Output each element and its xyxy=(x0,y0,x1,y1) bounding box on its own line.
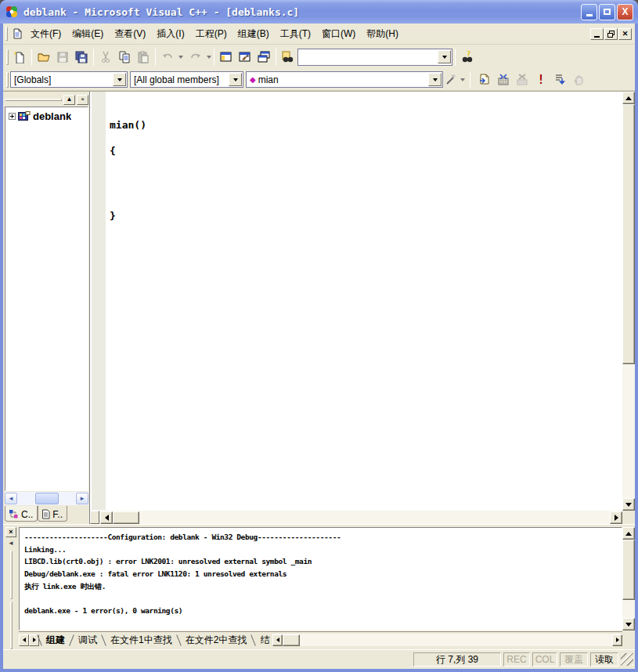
stop-hand-icon xyxy=(572,74,585,86)
classview-tree[interactable]: deblank xyxy=(5,107,88,491)
workspace-hscroll-thumb[interactable] xyxy=(35,493,59,504)
menu-file[interactable]: 文件(F) xyxy=(25,25,67,43)
scroll-up-icon[interactable] xyxy=(622,527,635,540)
members-combobox[interactable]: [All global members] xyxy=(130,71,243,88)
tab-build[interactable]: 组建 xyxy=(40,633,71,647)
app-icon xyxy=(5,5,19,19)
paste-button[interactable] xyxy=(134,48,153,67)
find-input[interactable] xyxy=(301,50,438,63)
editor-code-text[interactable]: mian() { } xyxy=(110,92,146,222)
output-close-button[interactable]: × xyxy=(5,527,16,537)
minimize-button[interactable] xyxy=(581,4,597,20)
symbol-combobox[interactable]: ◆ mian xyxy=(246,71,443,88)
resize-grip[interactable] xyxy=(621,653,633,666)
members-dropdown-button[interactable] xyxy=(229,73,242,86)
break-execution-button[interactable] xyxy=(569,70,588,89)
redo-dropdown[interactable] xyxy=(207,56,211,59)
cascade-windows-icon xyxy=(258,51,270,63)
tab-debug[interactable]: 调试 xyxy=(72,633,103,647)
copy-button[interactable] xyxy=(115,48,134,67)
toolbar-gripper[interactable] xyxy=(6,49,9,65)
maximize-button[interactable] xyxy=(599,4,615,20)
menu-insert[interactable]: 插入(I) xyxy=(151,25,189,43)
scroll-left-icon[interactable] xyxy=(272,634,283,646)
editor-split-box[interactable] xyxy=(90,511,99,524)
find-combobox[interactable] xyxy=(297,49,452,66)
fileview-icon xyxy=(41,509,50,519)
scope-combobox[interactable]: [Globals] xyxy=(10,71,128,88)
open-file-button[interactable] xyxy=(34,48,53,67)
output-hscroll-thumb[interactable] xyxy=(283,634,300,646)
new-file-button[interactable] xyxy=(10,48,29,67)
scroll-left-icon[interactable] xyxy=(100,511,113,524)
output-gripper[interactable] xyxy=(10,551,13,599)
undo-button[interactable] xyxy=(158,48,177,67)
workspace-gripper[interactable] xyxy=(5,99,62,101)
menu-build[interactable]: 组建(B) xyxy=(232,25,275,43)
menu-tools[interactable]: 工具(T) xyxy=(275,25,316,43)
tab-results[interactable]: 结 xyxy=(254,633,269,647)
mdi-minimize-button[interactable] xyxy=(590,28,604,40)
toggle-workspace-button[interactable] xyxy=(217,48,236,67)
tab-classview[interactable]: C.. xyxy=(5,506,38,522)
save-all-button[interactable] xyxy=(72,48,91,67)
tab-find-in-files-1[interactable]: 在文件1中查找 xyxy=(104,633,178,647)
output-dock-button[interactable]: ◄ xyxy=(5,538,16,548)
scroll-right-icon[interactable]: ▸ xyxy=(76,493,88,504)
redo-button[interactable] xyxy=(186,48,205,67)
close-button[interactable]: X xyxy=(617,4,633,20)
tab-fileview[interactable]: F.. xyxy=(38,506,67,522)
editor-selection-margin[interactable] xyxy=(92,92,106,510)
symbol-dropdown-button[interactable] xyxy=(428,73,442,86)
editor-hscrollbar[interactable] xyxy=(90,511,622,524)
menu-edit[interactable]: 编辑(E) xyxy=(67,25,109,43)
wizard-actions-button[interactable] xyxy=(443,70,459,89)
find-in-files-button[interactable] xyxy=(279,48,297,67)
execute-button[interactable]: ! xyxy=(532,70,550,89)
editor-vscrollbar[interactable] xyxy=(622,92,635,511)
scroll-down-icon[interactable] xyxy=(622,618,635,630)
menu-help[interactable]: 帮助(H) xyxy=(361,25,404,43)
build-button[interactable] xyxy=(494,70,513,89)
workspace-hscrollbar[interactable]: ◂ ▸ xyxy=(5,492,88,505)
undo-dropdown[interactable] xyxy=(178,56,183,59)
editor-vscroll-thumb[interactable] xyxy=(622,104,635,364)
tree-expand-icon[interactable] xyxy=(9,113,16,120)
menu-view[interactable]: 查看(V) xyxy=(109,25,151,43)
tab-find-in-files-2[interactable]: 在文件2中查找 xyxy=(179,633,254,647)
build-log[interactable]: --------------------Configuration: debla… xyxy=(19,527,622,630)
wizardbar-gripper[interactable] xyxy=(6,72,9,88)
tabs-scroll-left-button[interactable] xyxy=(19,634,29,646)
mdi-close-button[interactable]: ✕ xyxy=(618,28,632,40)
editor-hscroll-thumb[interactable] xyxy=(113,511,139,524)
tree-root-item[interactable]: deblank xyxy=(9,110,88,122)
menu-window[interactable]: 窗口(W) xyxy=(316,25,361,43)
workspace-minimize-button[interactable]: ▲ xyxy=(63,95,75,105)
find-dropdown-button[interactable] xyxy=(438,50,451,63)
output-vscrollbar[interactable] xyxy=(622,527,635,630)
workspace-close-button[interactable]: × xyxy=(77,95,88,105)
output-vscroll-thumb[interactable] xyxy=(622,540,635,600)
mdi-restore-button[interactable] xyxy=(604,28,618,40)
wizard-actions-dropdown[interactable] xyxy=(460,78,465,81)
scope-dropdown-button[interactable] xyxy=(113,73,126,86)
cut-icon xyxy=(99,51,112,63)
scroll-left-icon[interactable]: ◂ xyxy=(5,493,17,504)
cut-button[interactable] xyxy=(96,48,115,67)
output-gripper[interactable] xyxy=(10,602,13,650)
scroll-up-icon[interactable] xyxy=(622,92,635,104)
go-button[interactable] xyxy=(550,70,569,89)
stop-build-button[interactable] xyxy=(513,70,532,89)
cascade-windows-button[interactable] xyxy=(254,48,273,67)
search-button[interactable]: ? xyxy=(458,48,477,67)
output-hscrollbar[interactable] xyxy=(272,634,622,646)
menubar-gripper[interactable] xyxy=(5,27,8,41)
toggle-output-button[interactable] xyxy=(236,48,254,67)
menu-project[interactable]: 工程(P) xyxy=(190,25,232,43)
scroll-right-icon[interactable] xyxy=(610,511,622,524)
scroll-right-icon[interactable] xyxy=(612,634,622,646)
code-editor[interactable]: mian() { } xyxy=(89,92,635,524)
compile-button[interactable] xyxy=(475,70,494,89)
scroll-down-icon[interactable] xyxy=(622,498,635,511)
save-button[interactable] xyxy=(53,48,72,67)
